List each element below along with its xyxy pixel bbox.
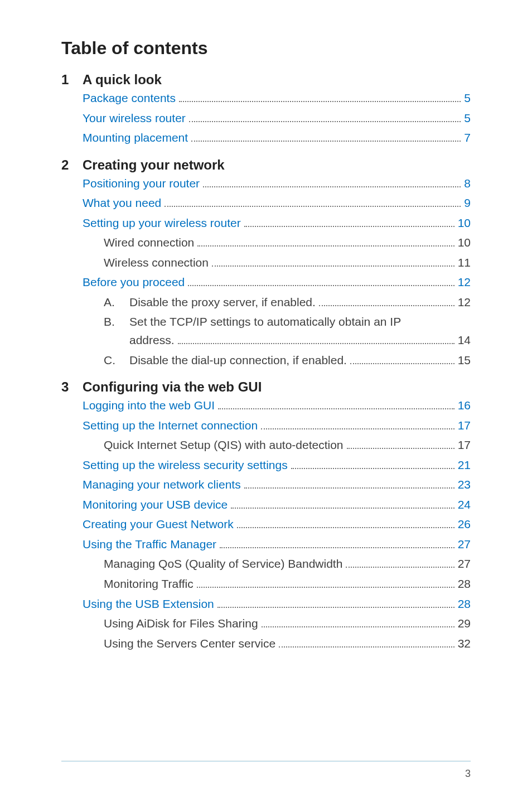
toc-leader-dots	[191, 140, 461, 142]
toc-page-number: 10	[458, 214, 471, 233]
toc-page-number: 5	[464, 109, 471, 128]
toc-leader-dots	[203, 186, 461, 187]
toc-entry: Quick Internet Setup (QIS) with auto-det…	[61, 436, 471, 455]
footer-rule	[61, 761, 471, 762]
toc-page-number: 24	[458, 496, 471, 514]
toc-page-number: 28	[458, 595, 471, 613]
toc-entry[interactable]: Managing your network clients23	[61, 476, 471, 494]
toc-entry[interactable]: What you need9	[61, 194, 471, 212]
toc-page-number: 8	[464, 175, 471, 193]
toc-label: Before you proceed	[83, 273, 185, 292]
toc-letter: C.	[104, 351, 129, 370]
toc-leader-dots	[165, 205, 461, 207]
page: Table of contents 1A quick lookPackage c…	[0, 0, 532, 802]
chapter-heading: 3Configuring via the web GUI	[61, 379, 471, 395]
toc-label: Setting up your wireless router	[83, 214, 241, 233]
toc-entry: Monitoring Traffic28	[61, 575, 471, 593]
toc-label: Disable the dial-up connection, if enabl…	[129, 351, 347, 370]
toc-leader-dots	[231, 507, 454, 509]
toc-page-number: 5	[464, 89, 471, 108]
toc-leader-dots	[244, 225, 454, 227]
toc-page-number: 16	[458, 397, 471, 415]
chapter-number: 3	[61, 379, 83, 395]
toc-entry[interactable]: Positioning your router8	[61, 175, 471, 193]
toc-label: Quick Internet Setup (QIS) with auto-det…	[104, 436, 344, 455]
toc-entry[interactable]: Mounting placement7	[61, 129, 471, 147]
toc-entry[interactable]: Logging into the web GUI16	[61, 397, 471, 415]
toc-leader-dots	[244, 487, 454, 489]
toc-page-number: 29	[458, 615, 471, 633]
toc-entry[interactable]: Setting up the Internet connection17	[61, 417, 471, 435]
toc-entry[interactable]: Setting up the wireless security setting…	[61, 456, 471, 475]
toc-page-number: 9	[464, 194, 471, 212]
toc-leader-dots	[197, 245, 454, 247]
toc-leader-dots	[291, 467, 454, 469]
toc-leader-dots	[346, 566, 454, 568]
toc-page-number: 21	[458, 456, 471, 475]
toc-entry: Using the Servers Center service32	[61, 635, 471, 653]
toc-entry: Using AiDisk for Files Sharing29	[61, 615, 471, 633]
page-title: Table of contents	[61, 38, 471, 59]
toc-leader-dots	[217, 606, 454, 608]
toc-label: Disable the proxy server, if enabled.	[129, 293, 316, 312]
toc-page-number: 7	[464, 129, 471, 147]
footer-page-number: 3	[465, 768, 471, 780]
toc-leader-dots	[347, 447, 454, 449]
toc-label: Managing QoS (Quality of Service) Bandwi…	[104, 555, 342, 573]
toc-page-number: 15	[458, 351, 471, 370]
toc-page-number: 27	[458, 555, 471, 573]
toc-label: Logging into the web GUI	[83, 397, 215, 415]
toc-label: What you need	[83, 194, 161, 212]
toc-entry: Managing QoS (Quality of Service) Bandwi…	[61, 555, 471, 573]
toc-entry[interactable]: Creating your Guest Network26	[61, 515, 471, 534]
toc-leader-dots	[212, 265, 454, 267]
toc-letter: B.	[104, 313, 129, 331]
toc-entry[interactable]: Your wireless router5	[61, 109, 471, 128]
chapter-number: 1	[61, 72, 83, 88]
toc-label: Wired connection	[104, 234, 194, 252]
table-of-contents: 1A quick lookPackage contents5Your wirel…	[61, 72, 471, 653]
toc-label: Mounting placement	[83, 129, 188, 147]
toc-entry[interactable]: Using the USB Extension28	[61, 595, 471, 613]
toc-page-number: 12	[458, 273, 471, 292]
toc-page-number: 26	[458, 515, 471, 534]
chapter-title: Creating your network	[83, 157, 225, 173]
toc-label: Set the TCP/IP settings to automatically…	[129, 313, 401, 331]
toc-letter: A.	[104, 293, 129, 312]
toc-label: Using the Servers Center service	[104, 635, 275, 653]
toc-leader-dots	[178, 342, 454, 344]
toc-entry: B.Set the TCP/IP settings to automatical…	[61, 313, 471, 349]
toc-label: Wireless connection	[104, 254, 209, 272]
toc-label: Package contents	[83, 89, 176, 108]
toc-leader-dots	[237, 526, 454, 528]
toc-entry[interactable]: Monitoring your USB device24	[61, 496, 471, 514]
toc-page-number: 17	[458, 436, 471, 455]
toc-label: Creating your Guest Network	[83, 515, 234, 534]
toc-page-number: 32	[458, 635, 471, 653]
toc-leader-dots	[279, 646, 454, 648]
toc-page-number: 12	[458, 293, 471, 312]
toc-label: Using AiDisk for Files Sharing	[104, 615, 258, 633]
toc-label: Setting up the Internet connection	[83, 417, 258, 435]
toc-label: Monitoring Traffic	[104, 575, 194, 593]
toc-label: Positioning your router	[83, 175, 200, 193]
toc-entry: A.Disable the proxy server, if enabled.1…	[61, 293, 471, 312]
toc-entry: C.Disable the dial-up connection, if ena…	[61, 351, 471, 370]
toc-label: Monitoring your USB device	[83, 496, 228, 514]
toc-entry: Wired connection10	[61, 234, 471, 252]
toc-leader-dots	[350, 363, 454, 364]
toc-label-cont: address.	[129, 331, 175, 350]
toc-entry[interactable]: Using the Traffic Manager27	[61, 535, 471, 554]
toc-entry[interactable]: Setting up your wireless router10	[61, 214, 471, 233]
chapter-heading: 2Creating your network	[61, 157, 471, 173]
toc-page-number: 28	[458, 575, 471, 593]
toc-entry: Wireless connection11	[61, 254, 471, 272]
toc-label: Using the USB Extension	[83, 595, 214, 613]
toc-entry[interactable]: Before you proceed12	[61, 273, 471, 292]
toc-label: Managing your network clients	[83, 476, 241, 494]
toc-leader-dots	[261, 428, 454, 429]
chapter-title: A quick look	[83, 72, 162, 88]
toc-entry[interactable]: Package contents5	[61, 89, 471, 108]
toc-leader-dots	[179, 100, 461, 102]
chapter-heading: 1A quick look	[61, 72, 471, 88]
